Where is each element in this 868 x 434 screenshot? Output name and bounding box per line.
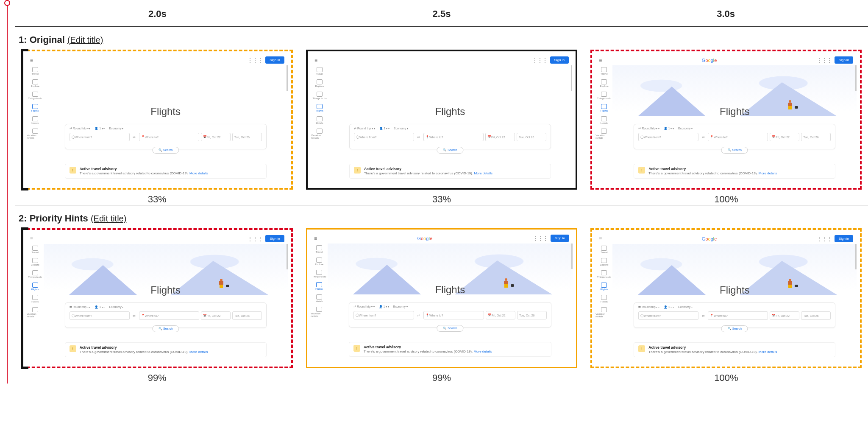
filmstrip-frame[interactable]: ≡ Google ⋮⋮⋮ Sign in Travel Explore Thin… (22, 228, 293, 368)
edit-title-link[interactable]: (Edit title) (67, 35, 103, 45)
sign-in-button[interactable]: Sign in (835, 235, 853, 242)
hamburger-icon[interactable]: ≡ (599, 57, 602, 63)
origin-input[interactable]: ◯ Where from? (638, 133, 698, 141)
travel-icon[interactable] (601, 246, 607, 251)
return-date[interactable]: Tue, Oct 26 (232, 311, 262, 320)
hamburger-icon[interactable]: ≡ (314, 235, 317, 241)
things-to-do-icon[interactable] (32, 270, 38, 275)
scrollbar-icon[interactable] (855, 65, 857, 185)
vacation-rentals-icon[interactable] (316, 307, 322, 312)
hotels-icon[interactable] (317, 116, 323, 121)
swap-icon[interactable]: ⇄ (131, 311, 137, 320)
travel-icon[interactable] (601, 67, 607, 72)
explore-icon[interactable] (316, 258, 322, 263)
things-to-do-icon[interactable] (316, 270, 322, 275)
depart-date[interactable]: 📅 Fri, Oct 22 (770, 133, 799, 141)
apps-icon[interactable]: ⋮⋮⋮ (533, 235, 548, 241)
destination-input[interactable]: 📍 Where to? (423, 133, 484, 141)
cabin-select[interactable]: Economy (109, 127, 123, 130)
explore-icon[interactable] (601, 258, 607, 263)
sign-in-button[interactable]: Sign in (265, 235, 284, 242)
search-button[interactable]: 🔍 Search (721, 147, 748, 154)
origin-input[interactable]: ◯ Where from? (353, 311, 414, 319)
swap-icon[interactable]: ⇄ (416, 311, 422, 319)
sign-in-button[interactable]: Sign in (835, 56, 853, 64)
trip-type-select[interactable]: ⇄ Round trip (70, 305, 91, 309)
return-date[interactable]: Tue, Oct 26 (517, 311, 547, 319)
vacation-rentals-icon[interactable] (32, 129, 38, 134)
filmstrip-frame[interactable]: ≡ Google ⋮⋮⋮ Sign in Travel Explore Thin… (306, 228, 577, 368)
vacation-rentals-icon[interactable] (601, 307, 607, 312)
scrollbar-icon[interactable] (571, 65, 572, 185)
flights-icon[interactable] (316, 282, 322, 287)
apps-icon[interactable]: ⋮⋮⋮ (248, 236, 263, 242)
explore-icon[interactable] (317, 79, 323, 84)
scrollbar-icon[interactable] (855, 244, 857, 363)
origin-input[interactable]: ◯ Where from? (70, 311, 130, 320)
hamburger-icon[interactable]: ≡ (314, 57, 317, 63)
passenger-select[interactable]: 👤 1 (95, 305, 105, 309)
destination-input[interactable]: 📍 Where to? (139, 133, 199, 141)
swap-icon[interactable]: ⇄ (700, 311, 706, 320)
cabin-select[interactable]: Economy (394, 127, 408, 130)
passenger-select[interactable]: 👤 1 (664, 305, 674, 309)
hotels-icon[interactable] (601, 116, 607, 121)
depart-date[interactable]: 📅 Fri, Oct 22 (201, 133, 231, 141)
depart-date[interactable]: 📅 Fri, Oct 22 (770, 311, 799, 320)
edit-title-link[interactable]: (Edit title) (91, 214, 126, 223)
depart-date[interactable]: 📅 Fri, Oct 22 (201, 311, 231, 320)
vacation-rentals-icon[interactable] (317, 129, 323, 134)
things-to-do-icon[interactable] (601, 92, 607, 97)
return-date[interactable]: Tue, Oct 26 (517, 133, 546, 141)
hamburger-icon[interactable]: ≡ (30, 57, 33, 63)
travel-icon[interactable] (317, 67, 323, 72)
origin-input[interactable]: ◯ Where from? (354, 133, 414, 141)
hotels-icon[interactable] (316, 294, 322, 300)
filmstrip-frame[interactable]: ≡ Google ⋮⋮⋮ Sign in Travel Explore Thin… (590, 50, 862, 190)
things-to-do-icon[interactable] (32, 92, 38, 97)
sign-in-button[interactable]: Sign in (551, 235, 569, 242)
explore-icon[interactable] (601, 79, 607, 84)
advisory-link[interactable]: More details (473, 350, 492, 353)
destination-input[interactable]: 📍 Where to? (708, 133, 768, 141)
swap-icon[interactable]: ⇄ (416, 133, 422, 141)
travel-icon[interactable] (32, 246, 38, 251)
destination-input[interactable]: 📍 Where to? (423, 311, 484, 319)
apps-icon[interactable]: ⋮⋮⋮ (817, 57, 832, 63)
depart-date[interactable]: 📅 Fri, Oct 22 (485, 133, 515, 141)
search-button[interactable]: 🔍 Search (437, 147, 463, 154)
travel-icon[interactable] (32, 67, 38, 72)
flights-icon[interactable] (601, 283, 607, 288)
hamburger-icon[interactable]: ≡ (599, 236, 602, 242)
return-date[interactable]: Tue, Oct 26 (801, 311, 831, 320)
flights-icon[interactable] (601, 104, 607, 109)
cabin-select[interactable]: Economy (109, 305, 123, 309)
advisory-link[interactable]: More details (759, 171, 777, 175)
explore-icon[interactable] (32, 79, 38, 84)
destination-input[interactable]: 📍 Where to? (139, 311, 199, 320)
flights-icon[interactable] (317, 104, 323, 109)
search-button[interactable]: 🔍 Search (437, 325, 463, 332)
advisory-link[interactable]: More details (189, 171, 208, 175)
trip-type-select[interactable]: ⇄ Round trip (354, 127, 375, 130)
filmstrip-frame[interactable]: ≡ Google ⋮⋮⋮ Sign in Travel Explore Thin… (22, 50, 293, 190)
search-button[interactable]: 🔍 Search (152, 147, 179, 154)
depart-date[interactable]: 📅 Fri, Oct 22 (486, 311, 515, 319)
things-to-do-icon[interactable] (317, 92, 323, 97)
cabin-select[interactable]: Economy (678, 305, 693, 309)
origin-input[interactable]: ◯ Where from? (638, 311, 698, 320)
trip-type-select[interactable]: ⇄ Round trip (353, 305, 375, 308)
scrollbar-icon[interactable] (571, 244, 573, 364)
apps-icon[interactable]: ⋮⋮⋮ (532, 57, 548, 63)
vacation-rentals-icon[interactable] (601, 129, 607, 134)
explore-icon[interactable] (32, 258, 38, 263)
apps-icon[interactable]: ⋮⋮⋮ (248, 57, 263, 63)
advisory-link[interactable]: More details (474, 171, 492, 175)
vacation-rentals-icon[interactable] (32, 307, 38, 312)
swap-icon[interactable]: ⇄ (700, 133, 706, 141)
cabin-select[interactable]: Economy (393, 305, 408, 308)
trip-type-select[interactable]: ⇄ Round trip (70, 127, 91, 130)
sign-in-button[interactable]: Sign in (550, 56, 569, 64)
scrollbar-icon[interactable] (287, 65, 288, 185)
search-button[interactable]: 🔍 Search (721, 325, 748, 332)
